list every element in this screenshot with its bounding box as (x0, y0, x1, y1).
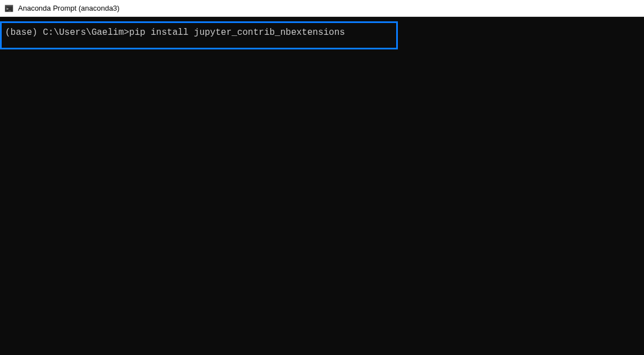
terminal-prompt: (base) C:\Users\Gaelim> (5, 28, 129, 38)
terminal-command: pip install jupyter_contrib_nbextensions (129, 28, 345, 38)
svg-text:>_: >_ (6, 7, 11, 11)
app-icon: >_ (4, 4, 13, 13)
window-title: Anaconda Prompt (anaconda3) (18, 4, 120, 12)
terminal-body[interactable]: (base) C:\Users\Gaelim>pip install jupyt… (0, 17, 644, 355)
window-title-bar[interactable]: >_ Anaconda Prompt (anaconda3) (0, 0, 644, 17)
highlighted-command-box: (base) C:\Users\Gaelim>pip install jupyt… (0, 21, 398, 49)
terminal-line: (base) C:\Users\Gaelim>pip install jupyt… (5, 28, 393, 38)
